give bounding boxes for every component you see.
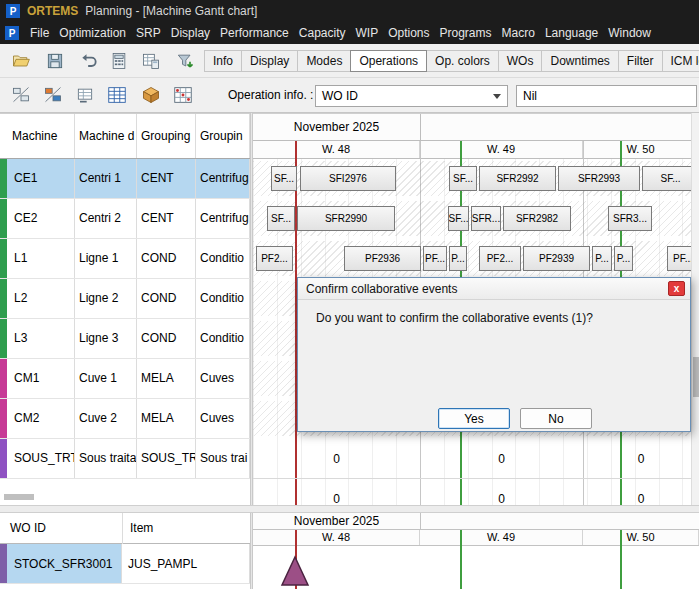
wo-row-stock-sfr3001[interactable]: STOCK_SFR3001JUS_PAMPL	[0, 544, 250, 584]
operation-info-select[interactable]: WO ID	[315, 85, 508, 107]
item-column-header[interactable]: Item	[130, 513, 153, 544]
grid-markers-button[interactable]	[170, 83, 196, 107]
tab-icm-load[interactable]: ICM load	[662, 50, 699, 72]
gantt-bar[interactable]: P...	[592, 246, 612, 271]
tab-filter[interactable]: Filter	[618, 50, 663, 72]
tab-display[interactable]: Display	[241, 50, 298, 72]
gantt-bar[interactable]: SFR2982	[503, 206, 571, 231]
menu-optimization[interactable]: Optimization	[54, 24, 131, 42]
wo-table: WO ID Item STOCK_SFR3001JUS_PAMPL	[0, 513, 250, 589]
machine-cell: Ligne 1	[75, 239, 137, 278]
gantt-bar[interactable]: PF...	[423, 246, 447, 271]
gantt-bar[interactable]: SFR2992	[479, 166, 556, 191]
vertical-scrollbar[interactable]	[691, 113, 699, 505]
tab-op-colors[interactable]: Op. colors	[426, 50, 499, 72]
machine-row-ce1[interactable]: CE1Centri 1CENTCentrifug	[0, 159, 250, 199]
gantt-bar[interactable]: SF...	[449, 166, 477, 191]
gantt-bar[interactable]: P...	[449, 246, 467, 271]
gantt-bar[interactable]: SF...	[448, 206, 469, 231]
gantt-bar[interactable]: SFI2976	[300, 166, 396, 191]
column-header-machine[interactable]: Machine	[0, 114, 75, 158]
machine-row-l2[interactable]: L2Ligne 2CONDConditio	[0, 279, 250, 319]
gantt-bar[interactable]: P...	[614, 246, 633, 271]
load-value: 0	[420, 479, 583, 505]
menu-srp[interactable]: SRP	[131, 24, 166, 42]
machine-row-l1[interactable]: L1Ligne 1CONDConditio	[0, 239, 250, 279]
machine-gantt-button[interactable]	[8, 83, 34, 107]
gantt-bar[interactable]: SF...	[267, 206, 295, 231]
load-value: 0	[420, 439, 583, 478]
machine-color-strip	[0, 239, 7, 278]
filter-value-input[interactable]: Nil	[516, 85, 697, 107]
machine-cell: Centrifug	[196, 159, 250, 198]
menu-window[interactable]: Window	[603, 24, 656, 42]
menu-performance[interactable]: Performance	[215, 24, 294, 42]
menu-options[interactable]: Options	[383, 24, 434, 42]
dialog-title-bar[interactable]: Confirm collaborative events x	[298, 278, 690, 300]
machine-row-cm2[interactable]: CM2Cuve 2MELACuves	[0, 399, 250, 439]
gantt-row-l1: PF2...PF2936PF...P...PF2...PF2939P...P..…	[253, 239, 699, 279]
machine-cell: CE2	[7, 199, 75, 238]
tab-operations[interactable]: Operations	[350, 50, 427, 72]
machine-row-sous-trt[interactable]: SOUS_TRTSous traitaSOUS_TRTSous trai	[0, 439, 250, 479]
menu-macro[interactable]: Macro	[497, 24, 540, 42]
calculator-button[interactable]	[106, 49, 132, 73]
machine-gantt-colored-icon	[43, 85, 63, 105]
tab-downtimes[interactable]: Downtimes	[541, 50, 618, 72]
week-header-w-49: W. 49	[420, 141, 583, 158]
machine-row-l3[interactable]: L3Ligne 3CONDConditio	[0, 319, 250, 359]
tab-info[interactable]: Info	[204, 50, 242, 72]
machine-row-cm1[interactable]: CM1Cuve 1MELACuves	[0, 359, 250, 399]
yes-button[interactable]: Yes	[438, 408, 510, 429]
undo-button[interactable]	[76, 49, 102, 73]
menu-language[interactable]: Language	[540, 24, 603, 42]
tab-wos[interactable]: WOs	[498, 50, 543, 72]
gantt-bar[interactable]: PF2939	[523, 246, 590, 271]
no-button[interactable]: No	[520, 408, 592, 429]
vertical-splitter[interactable]	[250, 113, 253, 505]
column-header-machine-d[interactable]: Machine d	[75, 114, 137, 158]
milestone-marker[interactable]	[280, 555, 310, 587]
gantt-bar[interactable]: PF2...	[479, 246, 521, 271]
menu-wip[interactable]: WIP	[350, 24, 383, 42]
table-calculator-button[interactable]	[138, 49, 164, 73]
chevron-down-icon	[493, 94, 501, 99]
wo-color-strip	[0, 544, 7, 583]
save-button[interactable]	[42, 49, 68, 73]
document-icon[interactable]: P	[5, 26, 19, 40]
machine-cell: L3	[7, 319, 75, 358]
gantt-bar[interactable]: SFR...	[471, 206, 501, 231]
load-value: 0	[583, 439, 699, 478]
menu-capacity[interactable]: Capacity	[294, 24, 351, 42]
menu-file[interactable]: File	[25, 24, 54, 42]
gantt-bar[interactable]: PF2936	[344, 246, 421, 271]
machine-cell: Conditio	[196, 279, 250, 318]
machine-cell: Cuve 1	[75, 359, 137, 398]
horizontal-scrollbar-thumb[interactable]	[4, 494, 34, 500]
filter-apply-button[interactable]	[172, 49, 198, 73]
grid-table-button[interactable]	[104, 83, 130, 107]
wo-id-column-header[interactable]: WO ID	[10, 513, 46, 544]
open-button[interactable]	[8, 49, 34, 73]
table-compact-button[interactable]	[72, 83, 98, 107]
gantt-bar[interactable]: SFR2993	[558, 166, 640, 191]
machine-gantt-colored-button[interactable]	[40, 83, 66, 107]
vertical-splitter-bottom[interactable]	[250, 513, 253, 589]
menu-display[interactable]: Display	[166, 24, 215, 42]
machine-cell: Cuve 2	[75, 399, 137, 438]
gantt-bar[interactable]: SFR3...	[608, 206, 652, 231]
vertical-scrollbar-thumb[interactable]	[693, 357, 699, 397]
machine-color-strip	[0, 359, 7, 398]
menu-programs[interactable]: Programs	[435, 24, 497, 42]
column-header-grouping[interactable]: Grouping	[137, 114, 196, 158]
tab-modes[interactable]: Modes	[297, 50, 351, 72]
column-header-groupin[interactable]: Groupin	[196, 114, 250, 158]
cube-button[interactable]	[138, 83, 164, 107]
machine-row-ce2[interactable]: CE2Centri 2CENTCentrifug	[0, 199, 250, 239]
week-header-w-48: W. 48	[253, 530, 420, 545]
gantt-bar[interactable]: PF2...	[256, 246, 293, 271]
dialog-close-button[interactable]: x	[668, 281, 685, 296]
gantt-bar[interactable]: SFR2990	[297, 206, 395, 231]
gantt-bar[interactable]: SF...	[271, 166, 297, 191]
horizontal-splitter[interactable]	[0, 505, 699, 513]
